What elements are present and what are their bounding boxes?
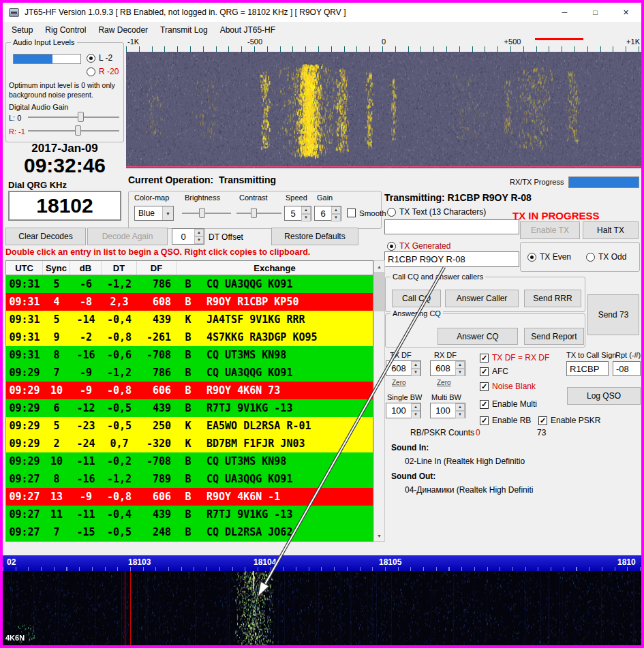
spin-down-icon[interactable]: ▼: [194, 236, 204, 244]
gain-spinner[interactable]: 6 ▲▼: [314, 206, 341, 221]
enable-tx-button[interactable]: Enable TX: [520, 221, 580, 239]
answering-cq-group-title: Answering CQ: [390, 309, 443, 318]
spin-down-icon[interactable]: ▼: [301, 214, 311, 221]
scroll-down-icon[interactable]: ▼: [374, 530, 384, 541]
send-report-button[interactable]: Send Report: [524, 328, 584, 345]
tx-generated-radio[interactable]: TX Generated: [387, 241, 450, 251]
decode-scrollbar[interactable]: ▲ ▼: [373, 260, 385, 542]
spin-up-icon[interactable]: ▲: [411, 361, 420, 369]
decode-row[interactable]: 09:2713-9-0,8606BR9OY 4K6N -1: [6, 488, 373, 506]
spin-up-icon[interactable]: ▲: [301, 206, 311, 214]
decode-row[interactable]: 09:295-23-0,5250KEA5WO DL2RSA R-01: [6, 417, 373, 435]
right-channel-radio[interactable]: R -20: [87, 67, 119, 76]
menu-item-rig-control[interactable]: Rig Control: [39, 22, 92, 37]
enable-rb-checkbox[interactable]: Enable RB: [480, 416, 531, 425]
decode-row[interactable]: 09:2910-11-0,2-708BCQ UT3MS KN98: [6, 452, 373, 470]
enable-multi-checkbox[interactable]: Enable Multi: [480, 399, 537, 409]
scrollbar-thumb[interactable]: [374, 272, 384, 311]
decode-row[interactable]: 09:318-16-0,6-708BCQ UT3MS KN98: [6, 346, 373, 364]
multi-bw-spinner[interactable]: 100 ▲▼: [430, 403, 465, 418]
spin-down-icon[interactable]: ▼: [455, 411, 465, 418]
zoom-waterfall[interactable]: [3, 571, 641, 645]
decode-row[interactable]: 09:292-240,7-320KBD7BM F1FJR JN03: [6, 435, 373, 452]
cell-mode: K: [177, 420, 200, 432]
tx-even-radio[interactable]: TX Even: [527, 252, 571, 262]
sound-out-label: Sound Out:: [391, 472, 435, 481]
tx-odd-radio[interactable]: TX Odd: [586, 252, 626, 262]
cell-exchange: CQ UA3QQG KO91: [200, 278, 373, 290]
decode-row[interactable]: 09:297-9-1,2786BCQ UA3QQG KO91: [6, 364, 373, 382]
tx-df-spinner[interactable]: 608 ▲▼: [386, 360, 421, 376]
brightness-slider[interactable]: [182, 207, 231, 219]
tx-to-callsign-label: TX to Call Sign: [566, 351, 616, 359]
spin-up-icon[interactable]: ▲: [411, 403, 420, 411]
menu-item-raw-decoder[interactable]: Raw Decoder: [92, 22, 154, 37]
speed-spinner[interactable]: 5 ▲▼: [284, 206, 311, 221]
minimize-icon[interactable]: ─: [549, 3, 580, 22]
txdf-eq-rxdf-checkbox[interactable]: TX DF = RX DF: [480, 353, 549, 362]
right-gain-slider[interactable]: [28, 125, 119, 137]
menu-item-about-jt65-hf[interactable]: About JT65-HF: [214, 22, 281, 37]
answer-cq-button[interactable]: Answer CQ: [438, 328, 518, 345]
tx-to-callsign-input[interactable]: [566, 361, 609, 376]
spin-down-icon[interactable]: ▼: [411, 411, 420, 418]
restore-defaults-button[interactable]: Restore Defaults: [271, 228, 358, 245]
clear-decodes-button[interactable]: Clear Decodes: [5, 228, 86, 245]
dt-offset-spinner[interactable]: 0 ▲▼: [172, 228, 204, 245]
decode-row[interactable]: 09:296-12-0,5439BR7TJ 9V1KG -13: [6, 399, 373, 417]
afc-checkbox[interactable]: AFC: [480, 367, 508, 376]
scroll-up-icon[interactable]: ▲: [374, 261, 384, 272]
contrast-slider[interactable]: [236, 207, 281, 219]
tx-text-input[interactable]: [384, 219, 519, 234]
qso-hint: Double click an entry in list to begin a…: [5, 247, 310, 257]
tx-df-zero-link[interactable]: Zero: [392, 379, 406, 386]
cell-dt: -0,8: [102, 331, 137, 343]
cell-utc: 09:29: [6, 402, 43, 414]
spin-up-icon[interactable]: ▲: [455, 361, 465, 369]
decode-row[interactable]: 09:319-2-0,8-261B4S7KKG RA3DGP KO95: [6, 328, 373, 346]
left-gain-slider[interactable]: [28, 111, 119, 123]
spin-down-icon[interactable]: ▼: [455, 369, 465, 376]
current-operation-value: Transmitting: [219, 174, 276, 185]
decode-row[interactable]: 09:2910-9-0,8606BR9OY 4K6N 73: [6, 382, 373, 399]
decode-row[interactable]: 09:278-16-1,2789BCQ UA3QQG KO91: [6, 470, 373, 488]
tx-text-radio[interactable]: TX Text (13 Characters): [387, 207, 486, 217]
audio-note: Optimum input level is 0 with only backg…: [9, 81, 121, 99]
menu-item-setup[interactable]: Setup: [5, 22, 39, 37]
decode-row[interactable]: 09:315-6-1,2786BCQ UA3QQG KO91: [6, 275, 373, 293]
rx-df-spinner[interactable]: 608 ▲▼: [430, 360, 465, 376]
spin-up-icon[interactable]: ▲: [331, 206, 341, 214]
colormap-select[interactable]: Blue ▼: [134, 206, 174, 221]
spin-up-icon[interactable]: ▲: [194, 229, 204, 236]
spin-up-icon[interactable]: ▲: [455, 403, 465, 411]
enable-pskr-checkbox[interactable]: Enable PSKR: [538, 416, 600, 425]
menu-item-transmit-log[interactable]: Transmit Log: [154, 22, 214, 37]
noise-blank-checkbox[interactable]: Noise Blank: [480, 382, 536, 391]
spin-down-icon[interactable]: ▼: [331, 214, 341, 221]
current-operation: Current Operation: Transmitting: [128, 174, 276, 185]
send-73-button[interactable]: Send 73: [587, 294, 639, 335]
rpt-input[interactable]: [613, 361, 641, 376]
tx-generated-input[interactable]: [384, 251, 519, 267]
smooth-checkbox[interactable]: Smooth: [347, 209, 386, 217]
decode-row[interactable]: 09:314-82,3608BR9OY R1CBP KP50: [6, 293, 373, 311]
single-bw-spinner[interactable]: 100 ▲▼: [386, 403, 421, 418]
left-channel-radio[interactable]: L -2: [87, 53, 112, 63]
answer-caller-button[interactable]: Answer Caller: [445, 290, 519, 307]
rx-df-zero-link[interactable]: Zero: [437, 379, 451, 386]
main-waterfall[interactable]: [126, 52, 641, 168]
maximize-icon[interactable]: □: [580, 3, 611, 22]
decode-again-button[interactable]: Decode Again: [87, 228, 168, 245]
log-qso-button[interactable]: Log QSO: [567, 387, 641, 405]
decode-row[interactable]: 09:315-14-0,4439KJA4TSF 9V1KG RRR: [6, 311, 373, 328]
send-rrr-button[interactable]: Send RRR: [524, 290, 581, 307]
spin-down-icon[interactable]: ▼: [411, 369, 420, 376]
decode-row[interactable]: 09:2711-11-0,4439BR7TJ 9V1KG -13: [6, 506, 373, 523]
close-icon[interactable]: ✕: [611, 3, 641, 22]
cell-sync: 10: [43, 384, 70, 397]
cell-df: 439: [137, 402, 177, 414]
halt-tx-button[interactable]: Halt TX: [583, 221, 639, 239]
tx-odd-label: TX Odd: [598, 252, 626, 262]
decode-row[interactable]: 09:277-15-0,5248BCQ DL2RSA JO62: [6, 523, 373, 541]
call-cq-button[interactable]: Call CQ: [392, 290, 441, 307]
